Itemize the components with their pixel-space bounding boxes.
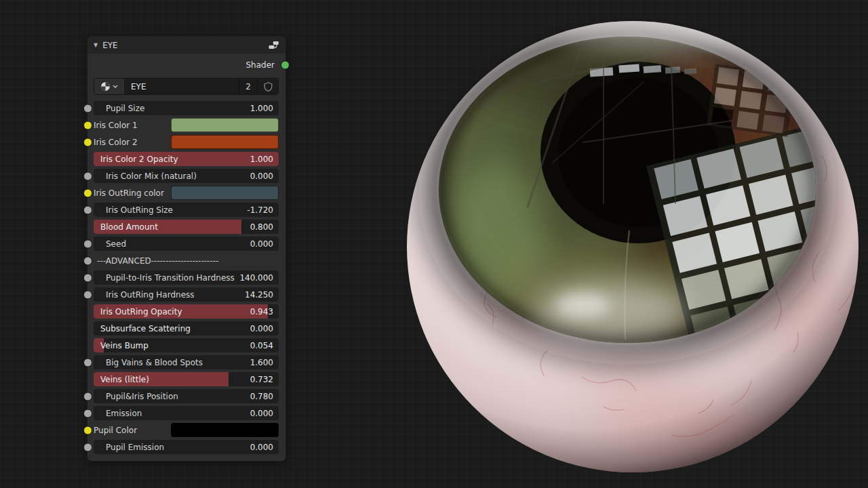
input-label: Seed [106, 239, 126, 249]
input-value: 0.800 [250, 222, 273, 232]
input-label: Pupil Color [94, 426, 137, 435]
input-value: 0.000 [250, 239, 273, 249]
node-editor-background[interactable]: ▼ EYE Shader EYE [0, 0, 868, 488]
shader-output-label: Shader [245, 60, 275, 70]
material-name-field[interactable]: EYE [124, 79, 239, 94]
input-socket-iris-color-1[interactable] [83, 121, 92, 129]
input-row-iris-color-2[interactable]: Iris Color 2 [94, 135, 279, 149]
input-socket-big-vains-blood-spots[interactable] [83, 358, 92, 367]
input-value: 140.000 [239, 273, 273, 283]
input-row-iris-outring-color[interactable]: Iris OutRing color [94, 186, 279, 200]
input-row-seed[interactable]: Seed0.000 [94, 237, 279, 251]
input-socket-iris-color-mix-natural[interactable] [83, 171, 92, 180]
input-label: Veins Bump [100, 341, 149, 350]
input-socket-iris-outring-size[interactable] [83, 205, 92, 214]
input-label: Iris OutRing Hardness [106, 290, 195, 300]
eye-node[interactable]: ▼ EYE Shader EYE [87, 36, 286, 462]
input-socket-advanced[interactable] [83, 256, 92, 265]
input-value: 1.000 [250, 104, 273, 113]
input-row-pupil-to-iris-transition-hardness[interactable]: Pupil-to-Iris Transition Hardness140.000 [94, 270, 279, 285]
input-row-subsurface-scattering[interactable]: Subsurface Scattering0.000 [94, 321, 279, 336]
input-label: Pupil-to-Iris Transition Hardness [106, 273, 235, 283]
input-value: 14.250 [245, 290, 273, 300]
color-swatch[interactable] [171, 135, 279, 149]
input-label: Iris OutRing Opacity [100, 307, 182, 317]
input-label: Iris Color 1 [94, 121, 138, 130]
input-socket-iris-color-2[interactable] [83, 138, 92, 146]
input-row-iris-outring-opacity[interactable]: Iris OutRing Opacity0.943 [94, 304, 279, 319]
input-row-pupil-emission[interactable]: Pupil Emission0.000 [94, 440, 279, 454]
input-label: Big Vains & Blood Spots [106, 358, 203, 367]
shader-output-socket[interactable] [281, 61, 290, 70]
node-header[interactable]: ▼ EYE [87, 37, 285, 54]
input-socket-pupil-color[interactable] [83, 426, 92, 434]
input-row-advanced: ---ADVANCED----------------------- [94, 253, 279, 268]
input-row-veins-little[interactable]: Veins (little)0.732 [94, 372, 279, 386]
input-label: Emission [106, 409, 142, 418]
color-swatch[interactable] [171, 186, 279, 200]
input-row-blood-amount[interactable]: Blood Amount0.800 [94, 220, 279, 234]
input-row-emission[interactable]: Emission0.000 [94, 406, 279, 420]
input-value: -1.720 [247, 205, 273, 215]
input-value: 0.000 [250, 409, 273, 418]
input-value: 0.000 [250, 324, 273, 333]
input-label: Iris Color 2 [94, 138, 138, 147]
node-title: EYE [102, 41, 263, 50]
node-group-icon [268, 41, 279, 49]
input-socket-iris-outring-hardness[interactable] [83, 290, 92, 299]
input-value: 0.943 [250, 307, 273, 317]
input-socket-pupil-iris-position[interactable] [83, 392, 92, 401]
separator-label: ---ADVANCED----------------------- [97, 256, 218, 266]
material-browse-button[interactable] [94, 79, 124, 94]
input-row-iris-color-mix-natural[interactable]: Iris Color Mix (natural)0.000 [94, 169, 279, 183]
eyeball-render [380, 0, 868, 488]
input-label: Iris Color 2 Opacity [100, 155, 178, 164]
input-label: Blood Amount [100, 222, 158, 232]
color-swatch[interactable] [171, 118, 279, 132]
input-label: Subsurface Scattering [100, 324, 191, 333]
input-label: Iris OutRing color [94, 188, 164, 198]
input-label: Iris OutRing Size [106, 205, 173, 215]
input-label: Veins (little) [100, 375, 149, 384]
material-sphere-icon [100, 81, 111, 92]
fake-user-button[interactable] [257, 79, 278, 94]
input-socket-emission[interactable] [83, 409, 92, 418]
input-row-big-vains-blood-spots[interactable]: Big Vains & Blood Spots1.600 [94, 355, 279, 369]
input-row-iris-outring-size[interactable]: Iris OutRing Size-1.720 [94, 203, 279, 217]
node-rows: Pupil Size1.000Iris Color 1Iris Color 2I… [87, 101, 285, 454]
shader-output-row: Shader [94, 56, 279, 74]
material-selector[interactable]: EYE 2 [94, 78, 279, 95]
input-row-iris-color-2-opacity[interactable]: Iris Color 2 Opacity1.000 [94, 152, 279, 166]
input-value: 1.600 [250, 358, 273, 367]
shield-icon [264, 82, 273, 92]
input-value: 0.000 [250, 171, 273, 181]
input-value: 1.000 [250, 155, 273, 164]
input-socket-iris-outring-color[interactable] [83, 188, 92, 197]
input-label: Pupil Size [106, 104, 144, 113]
input-label: Iris Color Mix (natural) [106, 171, 197, 181]
material-users-button[interactable]: 2 [239, 79, 257, 94]
input-row-veins-bump[interactable]: Veins Bump0.054 [94, 338, 279, 352]
collapse-triangle-icon[interactable]: ▼ [94, 43, 98, 48]
input-socket-pupil-to-iris-transition-hardness[interactable] [83, 273, 92, 282]
input-label: Pupil Emission [106, 443, 164, 452]
input-row-iris-outring-hardness[interactable]: Iris OutRing Hardness14.250 [94, 287, 279, 302]
input-value: 0.054 [250, 341, 273, 350]
input-socket-seed[interactable] [83, 239, 92, 248]
input-socket-pupil-size[interactable] [83, 104, 92, 113]
chevron-down-icon [113, 85, 118, 88]
input-row-iris-color-1[interactable]: Iris Color 1 [94, 118, 279, 132]
input-row-pupil-size[interactable]: Pupil Size1.000 [94, 101, 279, 115]
color-swatch[interactable] [171, 423, 279, 437]
input-row-pupil-iris-position[interactable]: Pupil&Iris Position0.780 [94, 389, 279, 403]
input-value: 0.732 [250, 375, 273, 384]
input-value: 0.000 [250, 443, 273, 452]
input-row-pupil-color[interactable]: Pupil Color [94, 423, 279, 437]
input-label: Pupil&Iris Position [106, 392, 178, 401]
input-value: 0.780 [250, 392, 273, 401]
input-socket-pupil-emission[interactable] [83, 443, 92, 451]
